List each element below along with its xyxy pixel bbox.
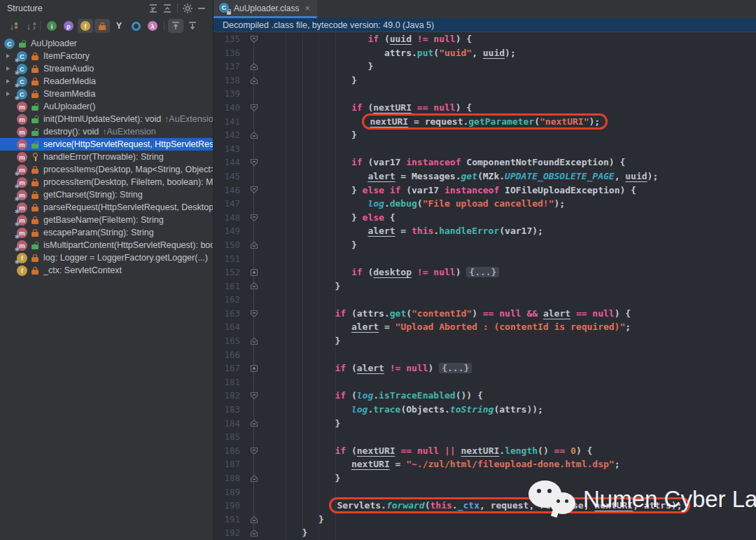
- code-line-183[interactable]: 183 log.trace(Objects.toString(attrs));: [214, 403, 756, 417]
- code-line-149[interactable]: 149 alert = this.handleError(var17);: [214, 224, 756, 238]
- fold-marker-up-icon[interactable]: [240, 526, 268, 540]
- chevron-right-icon[interactable]: [6, 92, 10, 96]
- code-line-192[interactable]: 192 }: [214, 526, 756, 540]
- show-objects-icon[interactable]: [128, 19, 144, 33]
- code-line-167[interactable]: 167 if (alert != null) {...}: [214, 361, 756, 375]
- fold-marker-up-icon[interactable]: [240, 279, 268, 293]
- code-line-185[interactable]: 185: [214, 430, 756, 444]
- folded-region-badge[interactable]: {...}: [466, 267, 499, 277]
- chevron-right-icon[interactable]: [6, 54, 10, 58]
- tree-item-destroy[interactable]: mdestroy(): void↑AuExtension: [0, 125, 213, 138]
- fold-gutter: [240, 457, 268, 471]
- fold-marker-plus-icon[interactable]: [240, 361, 268, 375]
- tree-item-parseRequest[interactable]: m∗parseRequest(HttpServletRequest, Deskt…: [0, 201, 213, 214]
- code-line-137[interactable]: 137 }: [214, 60, 756, 74]
- fold-marker-down-icon[interactable]: [240, 184, 268, 198]
- code-line-163[interactable]: 163 if (attrs.get("contentId") == null &…: [214, 307, 756, 321]
- fold-marker-down-icon[interactable]: [240, 211, 268, 225]
- code-line-146[interactable]: 146 } else if (var17 instanceof IOFileUp…: [214, 184, 756, 198]
- code-line-142[interactable]: 142 }: [214, 128, 756, 142]
- expand-all-icon[interactable]: [146, 1, 160, 15]
- chevron-right-icon[interactable]: [6, 67, 10, 71]
- autoscroll-to-source-icon[interactable]: [168, 19, 183, 33]
- show-properties-icon[interactable]: p: [61, 19, 76, 33]
- code-line-145[interactable]: 145 alert = Messages.get(MZk.UPDATE_OBSO…: [214, 169, 756, 184]
- tree-item-_ctx[interactable]: f_ctx: ServletContext: [0, 264, 213, 277]
- show-lambdas-icon[interactable]: λ: [145, 19, 160, 33]
- private-lock-icon: [31, 191, 38, 199]
- fold-marker-up-icon[interactable]: [240, 60, 268, 74]
- hide-panel-icon[interactable]: [195, 1, 209, 15]
- chevron-right-icon[interactable]: [6, 79, 10, 83]
- code-line-143[interactable]: 143: [214, 142, 756, 156]
- tree-item-processItems[interactable]: m∗processItems(Desktop, Map<String, Obje…: [0, 163, 213, 176]
- code-line-181[interactable]: 181: [214, 375, 756, 389]
- show-inherited-icon[interactable]: i: [44, 19, 59, 33]
- fold-marker-down-icon[interactable]: [240, 155, 268, 169]
- code-line-139[interactable]: 139: [214, 87, 756, 101]
- tree-item-AuUploader[interactable]: CAuUploader: [0, 37, 213, 50]
- tree-item-handleError[interactable]: mhandleError(Throwable): String: [0, 151, 213, 163]
- code-line-141[interactable]: 141 nextURI = request.getParameter("next…: [214, 115, 756, 129]
- code-editor[interactable]: 135 if (uuid != null) {136 attrs.put("uu…: [214, 32, 756, 540]
- code-line-187[interactable]: 187 nextURI = "~./zul/html/fileupload-do…: [214, 457, 756, 471]
- tree-item-getBaseName[interactable]: m∗getBaseName(FileItem): String: [0, 214, 213, 226]
- tree-item-label: getCharset(String): String: [43, 190, 143, 200]
- code-line-186[interactable]: 186 if (nextURI == null || nextURI.lengt…: [214, 444, 756, 458]
- fold-marker-up-icon[interactable]: [240, 334, 268, 348]
- tree-item-ItemFactory[interactable]: C∗ItemFactory: [0, 50, 213, 62]
- fold-marker-up-icon[interactable]: [240, 128, 268, 142]
- fold-marker-up-icon[interactable]: [240, 471, 268, 485]
- fold-marker-down-icon[interactable]: [240, 32, 268, 46]
- sort-alphabetically-icon[interactable]: ↓az: [21, 19, 36, 33]
- tab-auuploader-class[interactable]: C AuUploader.class ×: [214, 0, 317, 18]
- tree-item-AuUploader[interactable]: mAuUploader(): [0, 100, 213, 113]
- code-line-184[interactable]: 184 }: [214, 417, 756, 431]
- fold-marker-down-icon[interactable]: [240, 307, 268, 321]
- fold-marker-plus-icon[interactable]: [240, 265, 268, 279]
- tree-item-escapeParam[interactable]: m∗escapeParam(String): String: [0, 226, 213, 239]
- code-line-148[interactable]: 148 } else {: [214, 211, 756, 225]
- folded-region-badge[interactable]: {...}: [439, 363, 472, 373]
- code-line-144[interactable]: 144 if (var17 instanceof ComponentNotFou…: [214, 155, 756, 169]
- settings-gear-icon[interactable]: [181, 1, 195, 15]
- tree-item-log[interactable]: f∗log: Logger = LoggerFactory.getLogger(…: [0, 251, 213, 264]
- code-line-150[interactable]: 150 }: [214, 238, 756, 252]
- code-line-140[interactable]: 140 if (nextURI == null) {: [214, 101, 756, 115]
- tree-item-service[interactable]: mservice(HttpServletRequest, HttpServlet…: [0, 138, 213, 151]
- tree-item-isMultipartContent[interactable]: m∗isMultipartContent(HttpServletRequest)…: [0, 239, 213, 251]
- code-line-182[interactable]: 182 if (log.isTraceEnabled()) {: [214, 389, 756, 403]
- tree-item-processItem[interactable]: m∗processItem(Desktop, FileItem, boolean…: [0, 176, 213, 188]
- collapse-all-icon[interactable]: [160, 1, 174, 15]
- code-line-166[interactable]: 166: [214, 348, 756, 362]
- tree-item-ReaderMedia[interactable]: C∗ReaderMedia: [0, 75, 213, 88]
- code-line-164[interactable]: 164 alert = "Upload Aborted : (contentId…: [214, 320, 756, 334]
- show-fields-icon[interactable]: f: [78, 19, 93, 33]
- autoscroll-from-source-icon[interactable]: [185, 19, 200, 33]
- tree-item-init[interactable]: minit(DHtmlUpdateServlet): void↑AuExtens…: [0, 113, 213, 125]
- code-line-161[interactable]: 161 }: [214, 279, 756, 293]
- code-line-135[interactable]: 135 if (uuid != null) {: [214, 32, 756, 46]
- code-line-151[interactable]: 151: [214, 252, 756, 266]
- tree-item-StreamAudio[interactable]: C∗StreamAudio: [0, 62, 213, 75]
- show-anonymous-classes-icon[interactable]: Y: [111, 19, 127, 33]
- fold-marker-down-icon[interactable]: [240, 444, 268, 458]
- fold-marker-up-icon[interactable]: [240, 74, 268, 88]
- code-line-152[interactable]: 152 if (desktop != null) {...}: [214, 265, 756, 279]
- fold-marker-up-icon[interactable]: [240, 513, 268, 527]
- fold-marker-down-icon[interactable]: [240, 389, 268, 403]
- show-non-public-icon[interactable]: [94, 19, 110, 33]
- tree-item-StreamMedia[interactable]: C∗StreamMedia: [0, 88, 213, 100]
- sort-by-visibility-icon[interactable]: ↓: [4, 19, 20, 33]
- code-line-162[interactable]: 162: [214, 293, 756, 307]
- tree-item-getCharset[interactable]: m∗getCharset(String): String: [0, 188, 213, 201]
- tab-close-icon[interactable]: ×: [304, 3, 310, 13]
- code-line-138[interactable]: 138 }: [214, 74, 756, 88]
- fold-marker-down-icon[interactable]: [240, 101, 268, 115]
- fold-marker-up-icon[interactable]: [240, 417, 268, 431]
- code-line-136[interactable]: 136 attrs.put("uuid", uuid);: [214, 46, 756, 60]
- tree-item-label: processItem(Desktop, FileItem, boolean):…: [43, 177, 213, 187]
- code-line-165[interactable]: 165 }: [214, 334, 756, 348]
- code-line-147[interactable]: 147 log.debug("File upload cancelled!");: [214, 197, 756, 211]
- fold-marker-up-icon[interactable]: [240, 238, 268, 252]
